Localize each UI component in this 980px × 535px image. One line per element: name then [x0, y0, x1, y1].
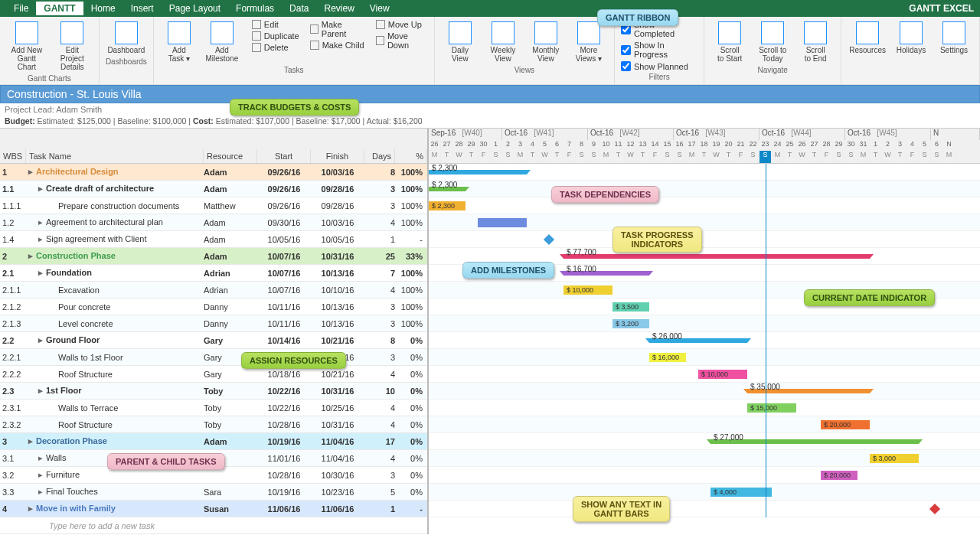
cell-start[interactable]: 09/30/16 — [257, 218, 311, 227]
task-row[interactable]: 3.3 ▸Final Touches Sara 10/19/16 10/23/1… — [0, 484, 427, 501]
cell-resource[interactable]: Toby — [204, 420, 257, 429]
cell-resource[interactable]: Danny — [204, 319, 257, 328]
cell-finish[interactable]: 09/28/16 — [311, 201, 364, 210]
cell-start[interactable]: 11/01/16 — [257, 454, 311, 463]
menu-formulas[interactable]: Formulas — [228, 3, 282, 14]
gantt-bar[interactable]: $ 16,000 — [649, 353, 686, 362]
cell-task[interactable]: Roof Structure — [26, 420, 204, 429]
cell-pct[interactable]: 33% — [395, 252, 427, 261]
cell-start[interactable]: 10/14/16 — [257, 336, 311, 345]
cell-task[interactable]: ▸Move in with Family — [26, 504, 204, 514]
task-row[interactable]: 2.1.1 Excavation Adrian 10/07/16 10/10/1… — [0, 282, 427, 298]
task-row[interactable]: 2.3 ▸1st Floor Toby 10/22/16 10/31/16 10… — [0, 383, 427, 400]
more-views-button[interactable]: MoreViews ▾ — [570, 20, 608, 64]
cell-resource[interactable]: Matthew — [204, 201, 257, 210]
cell-start[interactable]: 10/22/16 — [257, 403, 311, 413]
cell-pct[interactable]: 100% — [395, 201, 427, 210]
cell-start[interactable]: 10/28/16 — [257, 471, 311, 480]
cell-days[interactable]: 3 — [364, 201, 395, 210]
task-row[interactable]: 2.2.1 Walls to 1st Floor Gary 10/14/16 1… — [0, 349, 427, 366]
cell-start[interactable]: 09/26/16 — [257, 168, 311, 177]
cell-finish[interactable]: 10/31/16 — [311, 387, 364, 396]
cell-days[interactable]: 3 — [364, 184, 395, 194]
gantt-bar[interactable]: $ 16,700 — [564, 271, 649, 276]
task-row[interactable]: 2.1 ▸Foundation Adrian 10/07/16 10/13/16… — [0, 265, 427, 282]
col-resource[interactable]: Resource — [204, 149, 257, 163]
cell-pct[interactable]: 100% — [395, 269, 427, 278]
col-start[interactable]: Start — [257, 149, 311, 163]
task-row[interactable]: 3.1 ▸Walls 11/01/16 11/04/16 4 0% — [0, 450, 427, 467]
cell-days[interactable]: 4 — [364, 420, 395, 429]
cell-pct[interactable]: 100% — [395, 168, 427, 177]
cell-start[interactable]: 10/28/16 — [257, 420, 311, 429]
gantt-bar[interactable]: $ 3,200 — [612, 319, 649, 328]
cell-days[interactable]: 4 — [364, 403, 395, 413]
weekly-button[interactable]: WeeklyView — [484, 20, 522, 64]
cell-days[interactable]: 5 — [364, 488, 395, 497]
cell-pct[interactable]: 0% — [395, 471, 427, 480]
gantt-bar[interactable]: $ 3,500 — [612, 302, 649, 312]
cell-resource[interactable]: Toby — [204, 387, 257, 396]
cell-finish[interactable]: 10/21/16 — [311, 336, 364, 345]
cell-resource[interactable]: Adam — [204, 184, 257, 194]
cell-task[interactable]: Pour concrete — [26, 302, 204, 312]
daily-button[interactable]: DailyView — [441, 20, 479, 64]
cell-start[interactable]: 10/19/16 — [257, 488, 311, 497]
task-row[interactable]: 3 ▸Decoration Phase Adam 10/19/16 11/04/… — [0, 433, 427, 450]
cell-resource[interactable]: Adam — [204, 235, 257, 244]
cell-finish[interactable]: 11/04/16 — [311, 437, 364, 446]
cell-task[interactable]: ▸Furniture — [26, 470, 204, 480]
cell-finish[interactable]: 10/13/16 — [311, 319, 364, 328]
menu-file[interactable]: File — [6, 3, 36, 14]
cell-start[interactable]: 10/07/16 — [257, 269, 311, 278]
cell-resource[interactable]: Toby — [204, 403, 257, 413]
ribbon-make-child[interactable]: Make Child — [310, 41, 365, 50]
cell-start[interactable]: 10/05/16 — [257, 235, 311, 244]
show-planned-checkbox[interactable]: Show Planned — [621, 61, 697, 71]
cell-days[interactable]: 3 — [364, 353, 395, 362]
col-wbs[interactable]: WBS — [0, 149, 26, 163]
cell-resource[interactable]: Adam — [204, 437, 257, 446]
edit-project-button[interactable]: Edit ProjectDetails — [52, 20, 93, 73]
task-row[interactable]: 2.1.2 Pour concrete Danny 10/11/16 10/13… — [0, 298, 427, 315]
gantt-bar[interactable] — [478, 218, 527, 227]
menu-review[interactable]: Review — [316, 3, 361, 14]
cell-resource[interactable]: Gary — [204, 336, 257, 345]
cell-resource[interactable]: Adam — [204, 168, 257, 177]
cell-resource[interactable]: Sara — [204, 488, 257, 497]
cell-start[interactable]: 10/14/16 — [257, 353, 311, 362]
cell-resource[interactable]: Adam — [204, 252, 257, 261]
gantt-bar[interactable]: $ 3,000 — [870, 454, 919, 463]
cell-days[interactable]: 25 — [364, 252, 395, 261]
cell-pct[interactable]: - — [395, 504, 427, 514]
milestone-diamond[interactable] — [929, 504, 940, 514]
task-row[interactable]: 1.2 ▸Agreement to architectural plan Ada… — [0, 214, 427, 231]
cell-pct[interactable]: 0% — [395, 370, 427, 379]
task-row[interactable]: 2.2 ▸Ground Floor Gary 10/14/16 10/21/16… — [0, 332, 427, 349]
cell-task[interactable]: ▸1st Floor — [26, 386, 204, 396]
cell-pct[interactable]: 0% — [395, 437, 427, 446]
col-finish[interactable]: Finish — [311, 149, 364, 163]
menu-data[interactable]: Data — [282, 3, 316, 14]
cell-start[interactable]: 10/11/16 — [257, 302, 311, 312]
cell-finish[interactable]: 10/31/16 — [311, 252, 364, 261]
cell-task[interactable]: ▸Sign agreement with Client — [26, 234, 204, 244]
cell-task[interactable]: ▸Foundation — [26, 268, 204, 278]
resources-button[interactable]: Resources — [848, 20, 887, 56]
cell-task[interactable]: ▸Walls — [26, 453, 204, 463]
cell-finish[interactable]: 10/31/16 — [311, 420, 364, 429]
cell-pct[interactable]: - — [395, 235, 427, 244]
col-days[interactable]: Days — [364, 149, 395, 163]
gantt-bar[interactable]: $ 20,000 — [821, 471, 858, 480]
show-progress-checkbox[interactable]: Show In Progress — [621, 41, 697, 59]
cell-resource[interactable]: Adrian — [204, 269, 257, 278]
cell-finish[interactable]: 10/03/16 — [311, 168, 364, 177]
cell-pct[interactable]: 0% — [395, 454, 427, 463]
cell-start[interactable]: 10/22/16 — [257, 387, 311, 396]
gantt-bar[interactable]: $ 77,700 — [564, 254, 870, 259]
task-row[interactable]: 1 ▸Architectural Design Adam 09/26/16 10… — [0, 164, 427, 181]
ribbon-duplicate[interactable]: Duplicate — [252, 31, 299, 41]
menu-view[interactable]: View — [362, 3, 397, 14]
cell-start[interactable]: 10/07/16 — [257, 285, 311, 295]
cell-resource[interactable]: Adam — [204, 218, 257, 227]
